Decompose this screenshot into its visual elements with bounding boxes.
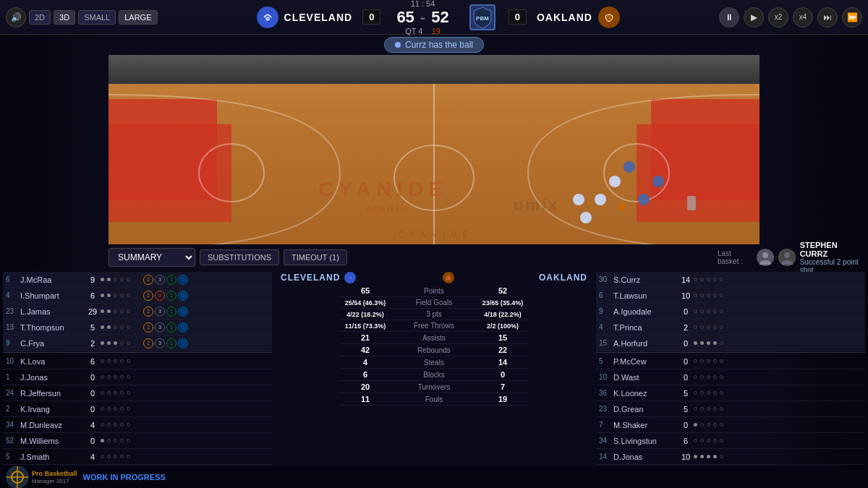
table-row: 9 A.Iguodale 0 [596,304,865,320]
table-row: 13 T.Thompsun 5 2 3 1 D [3,320,272,335]
view-controls: 🔊 2D 3D SMALL LARGE [6,7,158,27]
score-separator: - [420,8,425,27]
speed-x4-button[interactable]: x4 [793,7,813,27]
view-2d-button[interactable]: 2D [29,10,51,25]
possession-bar: Currz has the ball [0,35,868,55]
skip-end-button[interactable]: ⏭ [817,7,838,27]
court-container: CYANIDE studio umix C Y A N I D E [109,55,760,244]
stat-row-turnovers: 20 Turnovers 7 [340,381,528,393]
score-right: 0 [509,9,527,25]
svg-point-20 [618,203,626,210]
svg-rect-6 [109,124,231,222]
bench-divider [3,352,272,353]
bench-divider-right [596,352,865,353]
score-home: 65 [396,8,414,27]
controls-bar: SUMMARY SUBSTITUTIONS TIMEOUT (1) [0,244,868,270]
sound-button[interactable]: 🔊 [6,7,26,27]
game-logo-text: Pro Basketball Manager 2017 [32,470,77,484]
team-right-logo [598,7,620,28]
table-row: 15 A.Horfurd 0 [596,335,865,351]
table-row: 23 D.Grean 5 [596,401,865,417]
table-row: 5 J.Smath 4 [3,449,272,465]
court-background: CYANIDE studio umix C Y A N I D E [109,55,760,244]
fast-forward-button[interactable]: ⏩ [842,7,862,27]
table-row: 34 M.Dunleavz 4 [3,417,272,433]
team-headers: CLEVELAND → 🏀 OAKLAND [275,270,593,285]
score-away: 52 [431,8,448,27]
speed-x2-button[interactable]: x2 [768,7,788,27]
bottom-strip: Pro Basketball Manager 2017 WORK IN PROG… [0,466,868,488]
table-row: 5 P.McCew 0 [596,354,865,369]
table-row: 6 J.McRaa 9 2 3 1 D [3,272,272,288]
table-row: 34 S.Livingstun 6 [596,433,865,449]
timeout-button[interactable]: TIMEOUT (1) [284,249,347,265]
main-score: 65 - 52 [396,8,448,27]
roster-right: 30 S.Currz 14 6 T.Lawsun 10 9 A.Iguodale… [593,270,868,466]
center-stats: CLEVELAND → 🏀 OAKLAND 65 Points 52 25/54… [275,270,593,466]
stat-row-assists: 21 Assists 15 [340,332,528,344]
quarter-display: QT 4 19 [405,27,441,35]
oak-name: OAKLAND [539,273,587,283]
svg-point-16 [595,194,606,205]
table-row: 10 D.Wast 0 [596,369,865,385]
svg-point-15 [624,161,635,173]
svg-point-17 [580,212,592,223]
svg-point-19 [573,194,584,205]
pause-button[interactable]: ⏸ [719,7,739,27]
play-button[interactable]: ▶ [744,7,764,27]
league-logo: PBM [469,4,495,30]
stat-row-ft: 11/15 (73.3%) Free Throws 2/2 (100%) [340,320,528,332]
foul-indicator: 19 [432,27,441,35]
score-center: 11 : 54 65 - 52 QT 4 19 [396,0,448,35]
table-row: 6 T.Lawsun 10 [596,288,865,304]
oak-icon: 🏀 [443,272,454,283]
table-row: 14 D.Jonas 10 [596,449,865,465]
team-left: CLEVELAND 0 [257,7,386,28]
stat-row-steals: 4 Steals 14 [340,356,528,369]
playback-controls: ⏸ ▶ x2 x4 ⏭ ⏩ [719,7,862,27]
court-lines: CYANIDE studio umix [109,55,760,244]
clev-name: CLEVELAND [281,273,340,283]
stats-area: 6 J.McRaa 9 2 3 1 D 4 I.Shumpart 6 2 3 1… [0,270,868,466]
svg-text:umix: umix [514,196,559,214]
substitutions-button[interactable]: SUBSTITUTIONS [200,249,279,265]
stat-row-rebounds: 42 Rebounds 22 [340,344,528,356]
team-right-name: OAKLAND [537,12,592,23]
table-row: 4 I.Shumpart 6 2 3 1 D [3,288,272,304]
table-row: 23 L.Jamas 29 2 3 1 D [3,304,272,320]
table-row: 36 K.Loonez 5 [596,385,865,401]
team-left-name: CLEVELAND [284,12,353,23]
svg-rect-21 [687,196,696,210]
svg-rect-8 [637,124,760,222]
stat-row-fg: 25/54 (46.3%) Field Goals 23/65 (35.4%) [340,297,528,309]
table-row: 4 T.Princa 2 [596,320,865,335]
possession-text: Currz has the ball [405,40,473,50]
stat-row-blocks: 6 Blocks 0 [340,369,528,381]
court-brand-bottom: C Y A N I D E [399,231,470,239]
size-large-button[interactable]: LARGE [119,10,157,25]
table-row: 1 J.Jonas 0 [3,369,272,385]
table-row: 7 M.Shaker 0 [596,417,865,433]
logo-area: Pro Basketball Manager 2017 WORK IN PROG… [6,466,166,488]
svg-point-1 [265,17,270,21]
stat-row-fouls: 11 Fouls 19 [340,393,528,406]
svg-text:studio: studio [365,203,409,215]
top-bar: 🔊 2D 3D SMALL LARGE CLEVELAND 0 11 : 54 … [0,0,868,35]
view-3d-button[interactable]: 3D [54,10,75,25]
possession-label: Currz has the ball [384,37,484,53]
stat-row-3pts: 4/22 (18.2%) 3 pts 4/18 (22.2%) [340,309,528,320]
svg-point-18 [609,176,621,187]
roster-left: 6 J.McRaa 9 2 3 1 D 4 I.Shumpart 6 2 3 1… [0,270,275,466]
possession-dot [395,42,401,48]
size-small-button[interactable]: SMALL [78,10,116,25]
table-row: 24 R.Jeffersun 0 [3,385,272,401]
svg-text:CYANIDE: CYANIDE [318,178,448,200]
table-row: 2 K.Irvang 0 [3,401,272,417]
svg-point-14 [638,194,650,205]
table-row: 52 M.Williems 0 [3,433,272,449]
summary-select[interactable]: SUMMARY [109,248,195,267]
score-left: 0 [362,9,380,25]
score-section: CLEVELAND 0 11 : 54 65 - 52 QT 4 19 PBM … [158,0,720,35]
game-time: 11 : 54 [411,0,435,8]
wip-label: WORK IN PROGRESS [83,473,166,481]
